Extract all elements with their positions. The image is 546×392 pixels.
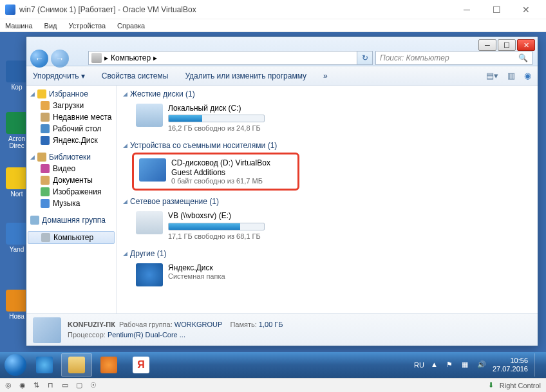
vb-minimize-button[interactable]: ─ <box>452 0 482 19</box>
vb-close-button[interactable]: ✕ <box>511 0 541 19</box>
toolbar-more[interactable]: » <box>323 71 328 80</box>
search-placeholder: Поиск: Компьютер <box>380 53 449 62</box>
virtualbox-window: win7 (Снимок 1) [Работает] - Oracle VM V… <box>0 0 546 392</box>
sidebar-item-desktop[interactable]: Рабочий стол <box>26 123 116 135</box>
vb-cd-icon: ◉ <box>19 381 28 390</box>
breadcrumb[interactable]: Компьютер <box>111 53 151 62</box>
sidebar-item-music[interactable]: Музыка <box>26 198 116 209</box>
computer-large-icon <box>33 317 61 343</box>
vb-shared-icon: ▭ <box>62 381 71 390</box>
explorer-close-button[interactable]: ✕ <box>517 39 535 51</box>
sidebar-item-downloads[interactable]: Загрузки <box>26 100 116 111</box>
taskbar-explorer[interactable] <box>61 353 92 377</box>
usage-bar <box>168 223 265 230</box>
pictures-icon <box>41 187 50 196</box>
explorer-content: ◢Жесткие диски (1) Локальный диск (С:) 1… <box>117 86 538 313</box>
refresh-button[interactable]: ↻ <box>357 51 373 65</box>
tray-flag-icon[interactable]: ▲ <box>431 360 440 369</box>
explorer-chrome: ─ ☐ ✕ ← → ▸ Компьютер ▸ ↻ Поиск: Компьют… <box>26 37 538 66</box>
sidebar-item-pictures[interactable]: Изображения <box>26 186 116 198</box>
vb-display-icon: ▢ <box>76 381 85 390</box>
yandex-disk-icon <box>136 263 163 286</box>
view-mode-button[interactable]: ▤▾ <box>486 71 498 80</box>
vb-maximize-button[interactable]: ☐ <box>482 0 511 19</box>
wmp-icon <box>100 357 117 373</box>
explorer-window: ─ ☐ ✕ ← → ▸ Компьютер ▸ ↻ Поиск: Компьют… <box>26 36 538 346</box>
vb-statusbar: ◎ ◉ ⇅ ⊓ ▭ ▢ ☉ ⬇ Right Control <box>0 378 546 392</box>
sidebar-item-documents[interactable]: Документы <box>26 174 116 186</box>
category-hard-disks[interactable]: ◢Жесткие диски (1) <box>123 89 531 98</box>
category-network[interactable]: ◢Сетевое размещение (1) <box>123 197 531 206</box>
menu-devices[interactable]: Устройства <box>68 22 106 30</box>
drive-yandex-disk[interactable]: Яндекс.Диск Системная папка <box>132 261 299 289</box>
hdd-icon <box>136 104 163 127</box>
vb-hdd-icon: ◎ <box>5 381 14 390</box>
menu-machine[interactable]: Машина <box>5 22 33 30</box>
nav-forward-button[interactable]: → <box>51 50 69 68</box>
vb-net-icon: ⇅ <box>33 381 42 390</box>
tray-action-center-icon[interactable]: ⚑ <box>446 360 455 369</box>
toolbar-properties[interactable]: Свойства системы <box>102 71 169 80</box>
vb-hostkey-icon: ⬇ <box>488 381 497 390</box>
vb-menubar: Машина Вид Устройства Справка <box>0 19 546 32</box>
drive-local-c[interactable]: Локальный диск (С:) 16,2 ГБ свободно из … <box>132 101 299 135</box>
category-removable[interactable]: ◢Устройства со съемными носителями (1) <box>123 141 531 150</box>
sidebar-item-videos[interactable]: Видео <box>26 163 116 174</box>
star-icon <box>37 89 46 98</box>
sidebar-favorites-head[interactable]: ◢Избранное <box>26 88 116 100</box>
sidebar-item-computer[interactable]: Компьютер <box>28 231 115 244</box>
documents-icon <box>41 176 50 185</box>
taskbar: Я RU ▲ ⚑ ▦ 🔊 10:56 27.07.2016 <box>0 352 546 378</box>
sidebar-libraries-head[interactable]: ◢Библиотеки <box>26 151 116 163</box>
tray-network-icon[interactable]: ▦ <box>462 360 471 369</box>
details-pane: KONFUZIY-ПК Рабочая группа: WORKGROUP Па… <box>26 313 538 346</box>
yandex-icon: Я <box>133 357 149 373</box>
address-bar[interactable]: ▸ Компьютер ▸ <box>88 51 357 65</box>
folder-icon <box>68 357 85 373</box>
tray-lang[interactable]: RU <box>414 361 424 369</box>
computer-name: KONFUZIY-ПК <box>68 321 115 328</box>
ie-icon <box>36 357 53 373</box>
search-icon: 🔍 <box>518 53 528 62</box>
search-input[interactable]: Поиск: Компьютер 🔍 <box>375 51 532 65</box>
tray-volume-icon[interactable]: 🔊 <box>477 360 486 369</box>
downloads-icon <box>41 101 50 110</box>
vb-recording-icon: ☉ <box>90 381 99 390</box>
network-drive-icon <box>136 211 163 234</box>
vb-app-icon <box>5 5 15 15</box>
toolbar-uninstall[interactable]: Удалить или изменить программу <box>185 71 306 80</box>
usage-bar <box>168 115 265 122</box>
explorer-maximize-button[interactable]: ☐ <box>498 39 516 51</box>
explorer-toolbar: Упорядочить ▾ Свойства системы Удалить и… <box>26 66 538 86</box>
toolbar-organize[interactable]: Упорядочить ▾ <box>33 71 85 80</box>
vb-usb-icon: ⊓ <box>48 381 57 390</box>
category-other[interactable]: ◢Другие (1) <box>123 249 531 258</box>
taskbar-yandex[interactable]: Я <box>126 353 156 377</box>
recent-icon <box>41 113 50 122</box>
nav-back-button[interactable]: ← <box>30 50 48 68</box>
homegroup-icon <box>30 216 39 225</box>
menu-help[interactable]: Справка <box>117 22 145 30</box>
drive-cd-guest-additions[interactable]: CD-дисковод (D:) VirtualBox Guest Additi… <box>132 153 299 191</box>
start-button[interactable] <box>3 352 28 378</box>
vb-hostkey-label: Right Control <box>500 382 541 389</box>
sidebar-item-recent[interactable]: Недавние места <box>26 111 116 123</box>
sidebar-homegroup[interactable]: Домашняя группа <box>26 214 116 226</box>
yandex-disk-icon <box>41 136 50 145</box>
drive-network-vb[interactable]: VB (\\vboxsrv) (E:) 17,1 ГБ свободно из … <box>132 209 299 242</box>
explorer-sidebar: ◢Избранное Загрузки Недавние места Рабоч… <box>26 86 117 313</box>
sidebar-item-yandex[interactable]: Яндекс.Диск <box>26 135 116 146</box>
guest-desktop: Кор Acron Direc Nort Yand Нова ─ ☐ ✕ ← →… <box>0 32 546 378</box>
show-desktop-button[interactable] <box>534 353 540 377</box>
vb-titlebar[interactable]: win7 (Снимок 1) [Работает] - Oracle VM V… <box>0 0 546 19</box>
music-icon <box>41 199 50 208</box>
computer-icon <box>41 233 50 242</box>
tray-clock[interactable]: 10:56 27.07.2016 <box>493 357 528 373</box>
taskbar-wmp[interactable] <box>93 353 124 377</box>
help-button[interactable]: ◉ <box>524 71 531 80</box>
vb-title-text: win7 (Снимок 1) [Работает] - Oracle VM V… <box>19 5 196 14</box>
taskbar-ie[interactable] <box>29 353 60 377</box>
menu-view[interactable]: Вид <box>44 22 57 30</box>
explorer-minimize-button[interactable]: ─ <box>478 39 496 51</box>
preview-pane-button[interactable]: ▥ <box>507 71 515 80</box>
